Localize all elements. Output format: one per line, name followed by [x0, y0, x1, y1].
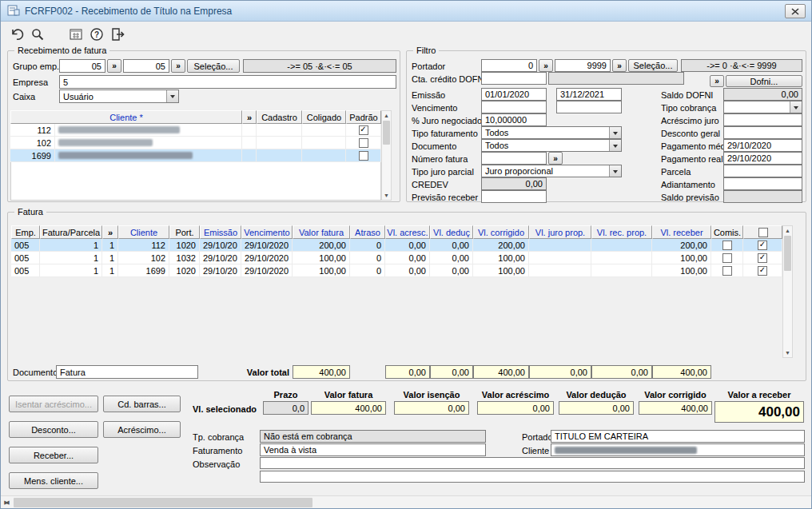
undo-button[interactable]: [7, 25, 26, 44]
mens-cliente-button[interactable]: Mens. cliente...: [9, 472, 98, 489]
col-expand[interactable]: »: [242, 110, 257, 124]
col-vl-rec-prop[interactable]: Vl. rec. prop.: [591, 225, 652, 239]
cd-barras-button[interactable]: Cd. barras...: [103, 396, 181, 412]
scroll-down-icon[interactable]: [783, 348, 792, 357]
isentar-acrescimo-button[interactable]: Isentar acréscimo...: [9, 396, 98, 412]
portador-to-zoom-button[interactable]: »: [612, 59, 627, 72]
vencimento-to-field[interactable]: [556, 101, 622, 113]
close-button[interactable]: [785, 4, 806, 18]
row-select-checkbox[interactable]: [758, 241, 767, 250]
parcela-field[interactable]: [723, 165, 802, 177]
portador-from-zoom-button[interactable]: »: [539, 59, 553, 72]
documento-select[interactable]: Todos: [481, 139, 622, 152]
numero-fatura-field[interactable]: [481, 152, 547, 165]
cliente-row[interactable]: 102: [10, 137, 381, 149]
col-cadastro[interactable]: Cadastro: [257, 110, 302, 124]
scroll-down-icon[interactable]: [382, 191, 391, 200]
receber-button[interactable]: Receber...: [9, 447, 98, 463]
grupo-emp-to-field[interactable]: 05: [123, 59, 169, 73]
previsao-receber-field[interactable]: [481, 190, 547, 203]
select-all-checkbox[interactable]: [758, 228, 768, 237]
scrollbar-thumb[interactable]: [784, 236, 791, 271]
col-comis[interactable]: Comis.: [711, 225, 743, 239]
emissao-to-field[interactable]: 31/12/2021: [556, 88, 622, 101]
portador-selecao-button[interactable]: Seleção...: [628, 59, 678, 72]
col-valor-fatura[interactable]: Valor fatura: [293, 225, 350, 239]
col-vl-corrigido[interactable]: Vl. corrigido: [473, 225, 529, 239]
clientes-grid-scrollbar[interactable]: [381, 110, 392, 201]
comis-checkbox[interactable]: [722, 241, 732, 250]
calendar-button[interactable]: [66, 25, 86, 44]
portador-from-field[interactable]: 0: [481, 59, 537, 72]
fatura-row[interactable]: 005 1 1 1699 1020 29/10/20 29/10/2020 10…: [11, 264, 782, 277]
col-port[interactable]: Port.: [169, 225, 200, 239]
empresa-field[interactable]: 5: [59, 75, 396, 89]
numero-fatura-zoom-button[interactable]: »: [548, 152, 563, 165]
chevron-down-icon[interactable]: [166, 90, 178, 102]
emissao-from-field[interactable]: 01/01/2020: [481, 88, 547, 101]
tipo-juro-parcial-select[interactable]: Juro proporcional: [481, 165, 622, 177]
search-button[interactable]: [28, 25, 47, 44]
col-cliente[interactable]: Cliente: [118, 225, 169, 239]
padrao-checkbox[interactable]: [359, 138, 368, 148]
col-emissao[interactable]: Emissão: [200, 225, 241, 239]
tipo-faturamento-select[interactable]: Todos: [481, 126, 622, 139]
dofni-zoom-button[interactable]: »: [710, 75, 724, 87]
scrollbar-thumb[interactable]: [14, 498, 312, 507]
col-vl-juro-prop[interactable]: Vl. juro prop.: [529, 225, 591, 239]
portador-to-field[interactable]: 9999: [555, 59, 611, 72]
acrescimo-button[interactable]: Acréscimo...: [103, 421, 181, 438]
acrescimo-juro-field[interactable]: [723, 113, 802, 126]
scrollbar-thumb[interactable]: [383, 121, 390, 145]
grupo-emp-from-field[interactable]: 05: [59, 59, 105, 73]
chevron-down-icon[interactable]: [609, 165, 621, 177]
col-expand[interactable]: »: [102, 225, 118, 239]
chevron-down-icon[interactable]: [790, 101, 802, 113]
comis-checkbox[interactable]: [722, 253, 732, 263]
col-coligado[interactable]: Coligado: [302, 110, 346, 124]
scroll-right-icon[interactable]: [1, 497, 12, 508]
horizontal-scrollbar[interactable]: [1, 495, 811, 508]
col-atraso[interactable]: Atraso: [350, 225, 385, 239]
vencimento-from-field[interactable]: [481, 101, 547, 113]
col-cliente[interactable]: Cliente *: [10, 110, 242, 124]
adiantamento-field[interactable]: [723, 177, 802, 190]
col-vencimento[interactable]: Vencimento: [241, 225, 293, 239]
desconto-geral-field[interactable]: [723, 126, 802, 139]
comis-checkbox[interactable]: [722, 266, 732, 276]
grupo-emp-selecao-button[interactable]: Seleção...: [187, 59, 240, 73]
grupo-emp-from-zoom-button[interactable]: »: [107, 59, 121, 73]
col-padrao[interactable]: Padrão: [346, 110, 381, 124]
cliente-row[interactable]: 112: [10, 124, 381, 137]
padrao-checkbox[interactable]: [359, 125, 368, 135]
fatura-grid-scrollbar[interactable]: [782, 225, 793, 358]
col-fatura-parcela[interactable]: Fatura/Parcela: [40, 225, 102, 239]
col-emp[interactable]: Emp.: [11, 225, 40, 239]
col-select[interactable]: [743, 225, 782, 239]
scroll-up-icon[interactable]: [382, 111, 391, 120]
juro-negociado-field[interactable]: 10,000000: [481, 113, 547, 126]
row-select-checkbox[interactable]: [758, 253, 767, 263]
chevron-down-icon[interactable]: [609, 127, 621, 138]
row-select-checkbox[interactable]: [758, 266, 767, 276]
caixa-select[interactable]: Usuário: [59, 89, 179, 103]
pagamento-real-field[interactable]: 29/10/2020: [723, 152, 802, 165]
grupo-emp-to-zoom-button[interactable]: »: [171, 59, 185, 73]
col-vl-receber[interactable]: Vl. receber: [652, 225, 711, 239]
cta-credito-field[interactable]: [481, 72, 547, 85]
desconto-button[interactable]: Desconto...: [9, 421, 98, 438]
exit-button[interactable]: [108, 25, 127, 44]
observacao-field[interactable]: [260, 457, 805, 469]
fatura-row[interactable]: 005 1 1 102 1032 29/10/20 29/10/2020 100…: [11, 252, 782, 264]
observacao-field-line2[interactable]: [260, 471, 805, 483]
help-button[interactable]: ?: [87, 25, 106, 44]
pagamento-medio-field[interactable]: 29/10/2020: [723, 139, 802, 152]
col-vl-acresc[interactable]: Vl. acresc.: [385, 225, 430, 239]
col-vl-deduc[interactable]: Vl. deduç: [430, 225, 473, 239]
padrao-checkbox[interactable]: [359, 151, 368, 161]
cliente-row-selected[interactable]: 1699: [10, 149, 381, 162]
dofni-button[interactable]: Dofni...: [726, 75, 802, 87]
scroll-up-icon[interactable]: [783, 226, 792, 235]
chevron-down-icon[interactable]: [609, 140, 621, 151]
fatura-row-selected[interactable]: 005 1 1 112 1020 29/10/20 29/10/2020 200…: [11, 239, 782, 252]
